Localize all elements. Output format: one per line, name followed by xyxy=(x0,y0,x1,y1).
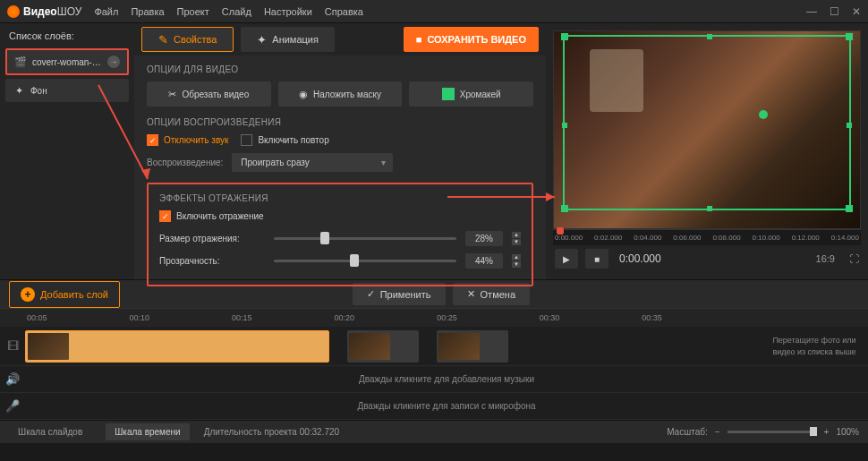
reflection-opacity-value[interactable]: 44% xyxy=(465,253,503,269)
project-duration: Длительность проекта 00:32.720 xyxy=(204,427,339,437)
tab-animation[interactable]: ✦ Анимация xyxy=(241,27,335,52)
zoom-minus[interactable]: − xyxy=(715,427,720,437)
pencil-icon: ✎ xyxy=(158,33,168,47)
button-label: Наложить маску xyxy=(313,90,381,99)
video-clip-3[interactable] xyxy=(437,330,508,363)
menu-project[interactable]: Проект xyxy=(177,6,209,17)
fullscreen-button[interactable]: ⛶ xyxy=(849,253,859,264)
scissors-icon: ✂ xyxy=(168,89,176,100)
app-logo: ВидеоШОУ xyxy=(7,5,81,18)
layer-name: Фон xyxy=(30,86,122,96)
zoom-value: 100% xyxy=(836,427,859,437)
save-video-button[interactable]: ■ СОХРАНИТЬ ВИДЕО xyxy=(404,27,539,52)
mask-icon: ◉ xyxy=(299,89,308,100)
video-clip-main[interactable] xyxy=(25,330,329,363)
reflection-title: ЭФФЕКТЫ ОТРАЖЕНИЯ xyxy=(159,193,521,203)
zoom-label: Масштаб: xyxy=(667,427,708,437)
timeline-ruler[interactable]: 00:0500:1000:1500:2000:2500:3000:35 xyxy=(0,309,868,327)
opacity-spinner[interactable]: ▲▼ xyxy=(512,254,521,268)
menu-help[interactable]: Справка xyxy=(325,6,363,17)
window-controls: — ☐ ✕ xyxy=(806,5,861,18)
reflection-size-slider[interactable] xyxy=(274,237,456,240)
preview-image xyxy=(554,31,860,228)
playhead-marker[interactable] xyxy=(557,227,564,235)
layers-panel: Список слоёв: 🎬 coverr-woman-d... → ✦ Фо… xyxy=(0,23,134,279)
logo-icon xyxy=(7,5,20,18)
checkbox-label: Включить отражение xyxy=(176,211,264,221)
menu-slide[interactable]: Слайд xyxy=(222,6,251,17)
film-icon: 🎞 xyxy=(0,339,25,353)
checkbox-label: Отключить звук xyxy=(164,135,228,145)
main-menu: Файл Правка Проект Слайд Настройки Справ… xyxy=(94,6,363,17)
slides-scale-tab[interactable]: Шкала слайдов xyxy=(9,423,91,440)
preview-panel: 0:00.0000:02.0000:04.0000:06.0000:08.000… xyxy=(546,23,868,279)
maximize-button[interactable]: ☐ xyxy=(830,5,839,18)
playback-dropdown[interactable]: Проиграть сразу xyxy=(232,153,393,172)
layer-item-background[interactable]: ✦ Фон xyxy=(5,79,129,102)
loop-checkbox[interactable]: Включить повтор xyxy=(241,134,328,146)
playback-controls: ▶ ■ 0:00.000 16:9 ⛶ xyxy=(553,245,861,272)
button-label: Хромакей xyxy=(460,90,501,99)
menu-settings[interactable]: Настройки xyxy=(264,6,312,17)
checkbox-icon xyxy=(241,134,252,146)
checkbox-label: Включить повтор xyxy=(258,135,328,145)
playback-label: Воспроизведение: xyxy=(147,158,223,167)
layer-name: coverr-woman-d... xyxy=(32,57,102,67)
tab-properties[interactable]: ✎ Свойства xyxy=(141,27,234,52)
star-icon: ✦ xyxy=(257,33,267,47)
tab-label: Свойства xyxy=(174,34,217,45)
reflection-opacity-slider[interactable] xyxy=(274,260,456,262)
minimize-button[interactable]: — xyxy=(806,5,817,18)
music-hint: Дважды кликните для добавления музыки xyxy=(25,374,868,384)
status-bar: Шкала слайдов Шкала времени Длительность… xyxy=(0,420,868,443)
video-preview[interactable] xyxy=(553,30,861,229)
chromakey-button[interactable]: Хромакей xyxy=(409,81,533,107)
video-clip-2[interactable] xyxy=(347,330,419,363)
checkbox-icon: ✓ xyxy=(159,210,171,222)
zoom-plus[interactable]: + xyxy=(824,427,830,437)
drag-hint: Перетащите фото или видео из списка выше xyxy=(761,331,868,361)
enable-reflection-checkbox[interactable]: ✓Включить отражение xyxy=(159,210,521,222)
timecode: 0:00.000 xyxy=(619,252,661,265)
tab-label: Анимация xyxy=(272,34,319,45)
reflection-size-value[interactable]: 28% xyxy=(465,231,503,246)
playback-options-title: ОПЦИИ ВОСПРОИЗВЕДЕНИЯ xyxy=(147,117,533,127)
mic-track[interactable]: 🎤 Дважды кликните для записи с микрофона xyxy=(0,393,868,420)
checkbox-icon: ✓ xyxy=(147,134,158,146)
stop-button[interactable]: ■ xyxy=(585,249,608,269)
reflection-effects-section: ЭФФЕКТЫ ОТРАЖЕНИЯ ✓Включить отражение Ра… xyxy=(147,183,533,286)
mask-button[interactable]: ◉Наложить маску xyxy=(278,81,403,107)
timeline: 00:0500:1000:1500:2000:2500:3000:35 🎞 Пе… xyxy=(0,308,868,420)
selection-frame[interactable] xyxy=(563,35,851,210)
play-button[interactable]: ▶ xyxy=(555,249,578,269)
close-button[interactable]: ✕ xyxy=(852,5,861,18)
speaker-icon: 🔊 xyxy=(0,372,25,386)
preview-ruler[interactable]: 0:00.0000:02.0000:04.0000:06.0000:08.000… xyxy=(553,229,861,245)
timeline-scale-tab[interactable]: Шкала времени xyxy=(106,423,189,440)
zoom-slider[interactable] xyxy=(728,431,817,433)
menu-file[interactable]: Файл xyxy=(94,6,118,17)
video-track[interactable]: 🎞 Перетащите фото или видео из списка вы… xyxy=(0,327,868,366)
music-track[interactable]: 🔊 Дважды кликните для добавления музыки xyxy=(0,366,868,393)
menu-edit[interactable]: Правка xyxy=(131,6,164,17)
layers-title: Список слоёв: xyxy=(5,30,129,41)
camera-icon: ■ xyxy=(416,34,422,45)
button-label: Добавить слой xyxy=(40,289,108,300)
plus-icon: + xyxy=(21,287,35,302)
reflection-opacity-label: Прозрачность: xyxy=(159,256,265,266)
wand-icon: ✦ xyxy=(13,84,25,97)
crop-video-button[interactable]: ✂Обрезать видео xyxy=(147,81,271,107)
layer-item-video[interactable]: 🎬 coverr-woman-d... → xyxy=(5,48,129,75)
video-options-title: ОПЦИИ ДЛЯ ВИДЕО xyxy=(147,64,533,74)
aspect-ratio[interactable]: 16:9 xyxy=(816,253,835,264)
app-name: ВидеоШОУ xyxy=(23,5,81,18)
reflection-size-label: Размер отражения: xyxy=(159,234,265,243)
add-layer-button[interactable]: + Добавить слой xyxy=(9,281,120,308)
mic-hint: Дважды кликните для записи с микрофона xyxy=(25,401,868,411)
layer-arrow-icon[interactable]: → xyxy=(107,55,120,68)
chroma-icon xyxy=(442,88,455,100)
button-label: Обрезать видео xyxy=(182,90,249,99)
size-spinner[interactable]: ▲▼ xyxy=(512,232,521,245)
titlebar: ВидеоШОУ Файл Правка Проект Слайд Настро… xyxy=(0,0,868,23)
mute-checkbox[interactable]: ✓Отключить звук xyxy=(147,134,228,146)
